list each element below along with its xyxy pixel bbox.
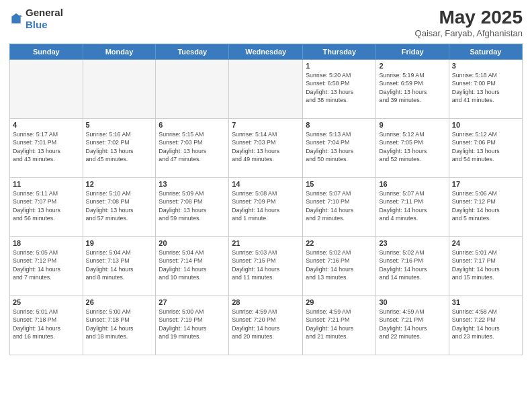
day-number: 3 [452, 62, 519, 70]
calendar-cell: 16Sunrise: 5:07 AM Sunset: 7:11 PM Dayli… [376, 178, 449, 237]
day-number: 5 [86, 121, 153, 129]
page: General Blue May 2025 Qaisar, Faryab, Af… [0, 0, 532, 411]
day-info: Sunrise: 5:02 AM Sunset: 7:16 PM Dayligh… [306, 248, 373, 281]
calendar-cell: 3Sunrise: 5:18 AM Sunset: 7:00 PM Daylig… [449, 60, 522, 119]
day-info: Sunrise: 5:01 AM Sunset: 7:18 PM Dayligh… [13, 308, 80, 340]
day-number: 13 [159, 180, 226, 188]
weekday-header-thursday: Thursday [303, 44, 376, 60]
calendar-table: SundayMondayTuesdayWednesdayThursdayFrid… [9, 44, 523, 355]
day-info: Sunrise: 5:00 AM Sunset: 7:19 PM Dayligh… [159, 308, 226, 340]
logo-general: General [26, 7, 63, 18]
day-info: Sunrise: 5:06 AM Sunset: 7:12 PM Dayligh… [452, 189, 519, 222]
day-info: Sunrise: 5:11 AM Sunset: 7:07 PM Dayligh… [13, 189, 80, 222]
day-number: 31 [452, 298, 519, 306]
day-number: 28 [232, 298, 300, 306]
logo-icon [9, 12, 23, 26]
day-info: Sunrise: 5:09 AM Sunset: 7:08 PM Dayligh… [159, 189, 226, 222]
calendar-cell: 23Sunrise: 5:02 AM Sunset: 7:16 PM Dayli… [376, 237, 449, 296]
calendar-cell: 13Sunrise: 5:09 AM Sunset: 7:08 PM Dayli… [156, 178, 229, 237]
logo-blue: Blue [26, 19, 48, 30]
week-row-2: 4Sunrise: 5:17 AM Sunset: 7:01 PM Daylig… [10, 119, 523, 178]
day-number: 19 [86, 239, 153, 247]
calendar-cell [83, 60, 156, 119]
day-info: Sunrise: 5:13 AM Sunset: 7:04 PM Dayligh… [306, 130, 373, 163]
day-info: Sunrise: 4:58 AM Sunset: 7:22 PM Dayligh… [452, 308, 519, 340]
day-number: 23 [379, 239, 445, 247]
day-number: 26 [86, 298, 153, 306]
location-subtitle: Qaisar, Faryab, Afghanistan [415, 28, 523, 38]
day-info: Sunrise: 5:10 AM Sunset: 7:08 PM Dayligh… [86, 189, 153, 222]
day-info: Sunrise: 5:02 AM Sunset: 7:16 PM Dayligh… [379, 248, 445, 281]
day-number: 18 [13, 239, 80, 247]
day-number: 7 [232, 121, 300, 129]
day-info: Sunrise: 4:59 AM Sunset: 7:21 PM Dayligh… [379, 308, 445, 340]
day-number: 8 [306, 121, 373, 129]
calendar-cell: 22Sunrise: 5:02 AM Sunset: 7:16 PM Dayli… [303, 237, 376, 296]
weekday-header-row: SundayMondayTuesdayWednesdayThursdayFrid… [10, 44, 523, 60]
day-info: Sunrise: 5:19 AM Sunset: 6:59 PM Dayligh… [379, 71, 445, 104]
weekday-header-friday: Friday [376, 44, 449, 60]
day-number: 16 [379, 180, 445, 188]
weekday-header-wednesday: Wednesday [229, 44, 303, 60]
calendar-cell: 1Sunrise: 5:20 AM Sunset: 6:58 PM Daylig… [303, 60, 376, 119]
day-number: 29 [306, 298, 373, 306]
day-number: 2 [379, 62, 445, 70]
day-number: 27 [159, 298, 226, 306]
calendar-cell: 10Sunrise: 5:12 AM Sunset: 7:06 PM Dayli… [449, 119, 522, 178]
calendar-cell: 30Sunrise: 4:59 AM Sunset: 7:21 PM Dayli… [376, 296, 449, 355]
day-number: 14 [232, 180, 300, 188]
day-number: 12 [86, 180, 153, 188]
day-info: Sunrise: 5:18 AM Sunset: 7:00 PM Dayligh… [452, 71, 519, 104]
day-number: 15 [306, 180, 373, 188]
logo-text: General Blue [26, 7, 63, 31]
day-info: Sunrise: 5:04 AM Sunset: 7:14 PM Dayligh… [159, 248, 226, 281]
week-row-4: 18Sunrise: 5:05 AM Sunset: 7:12 PM Dayli… [10, 237, 523, 296]
day-number: 17 [452, 180, 519, 188]
day-info: Sunrise: 5:07 AM Sunset: 7:11 PM Dayligh… [379, 189, 445, 222]
day-number: 25 [13, 298, 80, 306]
title-block: May 2025 Qaisar, Faryab, Afghanistan [415, 7, 523, 38]
weekday-header-monday: Monday [83, 44, 156, 60]
day-info: Sunrise: 4:59 AM Sunset: 7:20 PM Dayligh… [232, 308, 300, 340]
day-number: 9 [379, 121, 445, 129]
calendar-cell [229, 60, 303, 119]
calendar-cell: 12Sunrise: 5:10 AM Sunset: 7:08 PM Dayli… [83, 178, 156, 237]
calendar-cell: 25Sunrise: 5:01 AM Sunset: 7:18 PM Dayli… [10, 296, 83, 355]
day-info: Sunrise: 5:20 AM Sunset: 6:58 PM Dayligh… [306, 71, 373, 104]
month-title: May 2025 [415, 7, 523, 28]
calendar-cell: 4Sunrise: 5:17 AM Sunset: 7:01 PM Daylig… [10, 119, 83, 178]
calendar-cell: 19Sunrise: 5:04 AM Sunset: 7:13 PM Dayli… [83, 237, 156, 296]
day-info: Sunrise: 5:17 AM Sunset: 7:01 PM Dayligh… [13, 130, 80, 163]
calendar-cell: 9Sunrise: 5:12 AM Sunset: 7:05 PM Daylig… [376, 119, 449, 178]
calendar-cell: 18Sunrise: 5:05 AM Sunset: 7:12 PM Dayli… [10, 237, 83, 296]
week-row-3: 11Sunrise: 5:11 AM Sunset: 7:07 PM Dayli… [10, 178, 523, 237]
day-number: 6 [159, 121, 226, 129]
day-info: Sunrise: 5:00 AM Sunset: 7:18 PM Dayligh… [86, 308, 153, 340]
calendar-cell: 6Sunrise: 5:15 AM Sunset: 7:03 PM Daylig… [156, 119, 229, 178]
calendar-cell: 2Sunrise: 5:19 AM Sunset: 6:59 PM Daylig… [376, 60, 449, 119]
day-number: 20 [159, 239, 226, 247]
day-info: Sunrise: 5:14 AM Sunset: 7:03 PM Dayligh… [232, 130, 300, 163]
day-info: Sunrise: 5:08 AM Sunset: 7:09 PM Dayligh… [232, 189, 300, 222]
calendar-cell: 14Sunrise: 5:08 AM Sunset: 7:09 PM Dayli… [229, 178, 303, 237]
calendar-cell [156, 60, 229, 119]
calendar-cell: 29Sunrise: 4:59 AM Sunset: 7:21 PM Dayli… [303, 296, 376, 355]
day-info: Sunrise: 5:03 AM Sunset: 7:15 PM Dayligh… [232, 248, 300, 281]
day-number: 10 [452, 121, 519, 129]
calendar-cell: 17Sunrise: 5:06 AM Sunset: 7:12 PM Dayli… [449, 178, 522, 237]
day-info: Sunrise: 5:05 AM Sunset: 7:12 PM Dayligh… [13, 248, 80, 281]
weekday-header-tuesday: Tuesday [156, 44, 229, 60]
week-row-5: 25Sunrise: 5:01 AM Sunset: 7:18 PM Dayli… [10, 296, 523, 355]
day-info: Sunrise: 4:59 AM Sunset: 7:21 PM Dayligh… [306, 308, 373, 340]
day-info: Sunrise: 5:04 AM Sunset: 7:13 PM Dayligh… [86, 248, 153, 281]
weekday-header-saturday: Saturday [449, 44, 522, 60]
day-number: 22 [306, 239, 373, 247]
calendar-cell: 28Sunrise: 4:59 AM Sunset: 7:20 PM Dayli… [229, 296, 303, 355]
logo: General Blue [9, 7, 63, 31]
calendar-cell [10, 60, 83, 119]
calendar-cell: 27Sunrise: 5:00 AM Sunset: 7:19 PM Dayli… [156, 296, 229, 355]
weekday-header-sunday: Sunday [10, 44, 83, 60]
day-info: Sunrise: 5:15 AM Sunset: 7:03 PM Dayligh… [159, 130, 226, 163]
week-row-1: 1Sunrise: 5:20 AM Sunset: 6:58 PM Daylig… [10, 60, 523, 119]
day-info: Sunrise: 5:12 AM Sunset: 7:05 PM Dayligh… [379, 130, 445, 163]
